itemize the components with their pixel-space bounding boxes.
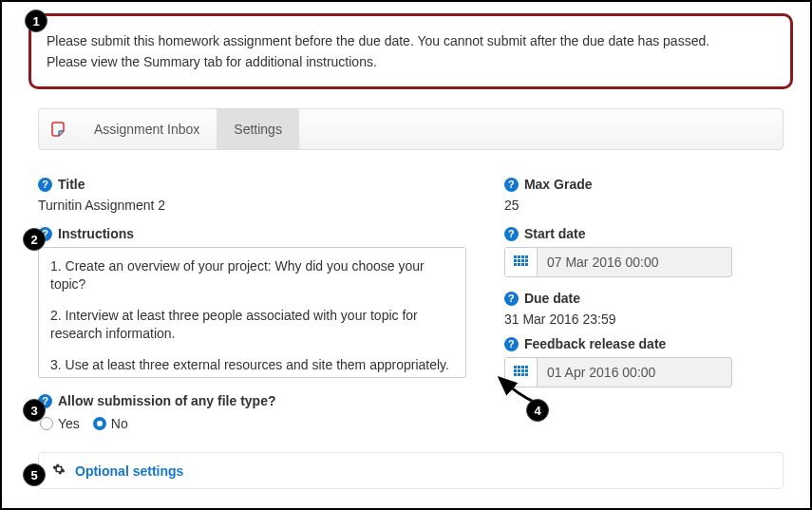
gear-icon: [52, 463, 66, 479]
help-icon[interactable]: ?: [504, 292, 519, 306]
instruction-item-1: 1. Create an overview of your project: W…: [50, 257, 454, 293]
due-date-value: 31 Mar 2016 23:59: [504, 312, 784, 327]
title-label: ? Title: [38, 177, 466, 192]
optional-settings-bar[interactable]: Optional settings: [38, 452, 784, 489]
start-date-input[interactable]: 07 Mar 2016 00:00: [504, 247, 732, 277]
svg-rect-19: [525, 369, 528, 372]
feedback-date-label: ? Feedback release date: [504, 336, 784, 351]
tab-assignment-inbox[interactable]: Assignment Inbox: [77, 109, 217, 149]
instructor-message-line-2: Please view the Summary tab for addition…: [47, 54, 775, 69]
instructions-textarea[interactable]: 1. Create an overview of your project: W…: [38, 247, 466, 378]
svg-rect-15: [525, 366, 528, 368]
radio-icon: [93, 417, 106, 430]
svg-rect-18: [521, 369, 524, 372]
start-date-label-text: Start date: [524, 226, 586, 241]
allow-any-file-radio-group: Yes No: [40, 416, 466, 431]
annotation-badge-3: 3: [23, 399, 46, 422]
instruction-item-2: 2. Interview at least three people assoc…: [50, 307, 454, 343]
start-date-label: ? Start date: [504, 226, 784, 241]
instruction-item-3: 3. Use at least three external resources…: [50, 356, 454, 374]
help-icon[interactable]: ?: [504, 178, 519, 192]
instructions-label: ? Instructions: [38, 226, 466, 241]
start-date-value: 07 Mar 2016 00:00: [538, 255, 731, 270]
feedback-date-value: 01 Apr 2016 00:00: [538, 365, 731, 380]
tabs-bar: Assignment Inbox Settings: [38, 108, 784, 150]
allow-any-file-label: ? Allow submission of any file type?: [38, 393, 466, 408]
svg-rect-13: [518, 366, 520, 368]
optional-settings-link[interactable]: Optional settings: [75, 463, 183, 479]
svg-rect-10: [521, 263, 524, 266]
svg-rect-8: [514, 263, 517, 266]
svg-rect-1: [518, 255, 520, 258]
title-label-text: Title: [58, 177, 85, 192]
svg-rect-14: [521, 366, 524, 368]
max-grade-label-text: Max Grade: [524, 177, 593, 192]
radio-icon: [40, 417, 53, 430]
svg-rect-0: [514, 255, 517, 258]
svg-rect-12: [514, 366, 517, 368]
svg-rect-5: [518, 259, 520, 262]
annotation-badge-5: 5: [23, 463, 46, 486]
max-grade-label: ? Max Grade: [504, 177, 784, 192]
help-icon[interactable]: ?: [504, 337, 519, 351]
radio-label-yes: Yes: [58, 416, 80, 431]
svg-rect-3: [525, 255, 528, 258]
svg-rect-7: [525, 259, 528, 262]
svg-rect-11: [525, 263, 528, 266]
max-grade-value: 25: [504, 198, 784, 213]
due-date-label: ? Due date: [504, 291, 784, 306]
help-icon[interactable]: ?: [38, 178, 52, 192]
svg-rect-17: [518, 369, 520, 372]
svg-rect-4: [514, 259, 517, 262]
tab-settings[interactable]: Settings: [217, 109, 299, 149]
instructor-message-box: Please submit this homework assignment b…: [28, 13, 793, 89]
calendar-icon[interactable]: [505, 248, 538, 276]
feedback-date-label-text: Feedback release date: [524, 336, 666, 351]
annotation-badge-2: 2: [23, 228, 46, 251]
annotation-badge-1: 1: [25, 9, 47, 32]
help-icon[interactable]: ?: [504, 227, 519, 241]
due-date-label-text: Due date: [524, 291, 580, 306]
allow-any-file-label-text: Allow submission of any file type?: [58, 393, 275, 408]
instructor-message-line-1: Please submit this homework assignment b…: [47, 33, 775, 48]
radio-option-yes[interactable]: Yes: [40, 416, 80, 431]
turnitin-logo-icon: [39, 120, 77, 139]
svg-rect-2: [521, 255, 524, 258]
annotation-badge-4: 4: [526, 399, 549, 422]
svg-rect-9: [518, 263, 520, 266]
radio-label-no: No: [111, 416, 128, 431]
svg-rect-6: [521, 259, 524, 262]
instructions-label-text: Instructions: [58, 226, 134, 241]
title-value: Turnitin Assignment 2: [38, 198, 466, 213]
svg-rect-16: [514, 369, 517, 372]
radio-option-no[interactable]: No: [93, 416, 128, 431]
